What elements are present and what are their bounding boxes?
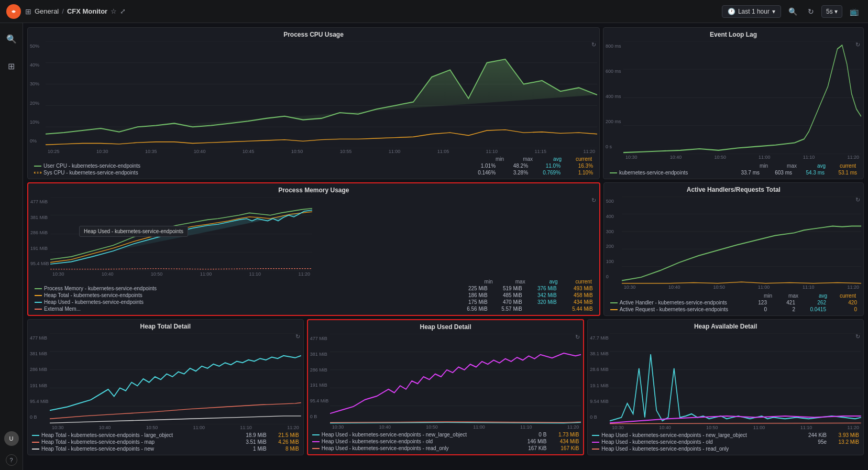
legend-label-hu-1: Heap Used - kubernetes-service-endpoints… [322, 439, 514, 444]
breadcrumb: ⊞ General / CFX Monitor ☆ ⤢ [25, 7, 126, 16]
x-label-hu: 11:10 [520, 424, 532, 430]
refresh-button[interactable]: ↻ [805, 5, 817, 18]
x-label: 10:55 [340, 149, 352, 154]
refresh-rate-button[interactable]: 5s ▾ [821, 5, 842, 18]
y-label-el: 200 ms [606, 119, 622, 124]
legend-row-sys-cpu: Sys CPU - kubernetes-service-endpoints 0… [34, 170, 593, 176]
legend-label-ht-0: Heap Total - kubernetes-service-endpoint… [41, 432, 234, 438]
sidebar-item-search[interactable]: 🔍 [2, 29, 21, 48]
legend-color-ht-1 [32, 442, 39, 443]
zoom-out-button[interactable]: 🔍 [785, 5, 800, 18]
breadcrumb-current: CFX Monitor [67, 7, 107, 15]
x-label-ah: 11:10 [803, 285, 815, 290]
legend-color-ha-1 [592, 442, 599, 443]
legend-row-ah-0: Active Handler - kubernetes-service-endp… [610, 300, 857, 305]
panel-heap-used: Heap Used Detail ↻ 477 MiB 381 MiB 286 M… [307, 319, 585, 455]
share-icon[interactable]: ⤢ [120, 7, 126, 15]
legend-val-el-avg: 54.3 ms [794, 170, 825, 176]
legend-val: 519 MiB [490, 286, 522, 291]
y-label-ah: 400 [606, 214, 621, 219]
legend-val: 186 MiB [455, 292, 488, 298]
y-label-ha: 28.6 MiB [590, 367, 609, 372]
legend-val: 485 MiB [490, 292, 522, 298]
legend-val: 434 MiB [559, 299, 593, 305]
y-label-pm: 477 MiB [30, 199, 49, 204]
x-label-el: 10:40 [670, 155, 682, 160]
legend-label-pm-0: Process Memory - kubernetes-service-endp… [44, 286, 453, 291]
y-label-ht: 477 MiB [30, 335, 49, 341]
y-label-hu: 381 MiB [310, 352, 329, 357]
star-icon[interactable]: ☆ [111, 7, 117, 15]
legend-col: current [826, 163, 856, 169]
y-label-el: 600 ms [606, 69, 622, 74]
user-avatar[interactable]: U [4, 431, 19, 446]
y-label: 40% [30, 62, 45, 68]
sidebar-item-grid[interactable]: ⊞ [2, 57, 21, 75]
legend-col: max [493, 279, 525, 285]
x-label-el: 11:00 [759, 155, 771, 160]
breadcrumb-apps-icon: ⊞ [25, 7, 31, 16]
x-label-ha: 10:30 [612, 425, 624, 430]
legend-col: avg [798, 293, 827, 299]
x-label-ha: 11:00 [753, 425, 765, 430]
legend-val: 5.44 MiB [559, 306, 593, 312]
legend-col-max: max [504, 156, 533, 162]
legend-val: 244 KiB [796, 432, 827, 438]
legend-col-current: current [562, 156, 592, 162]
x-label-ah: 10:30 [624, 285, 636, 290]
legend-col: avg [797, 163, 826, 169]
panel-event-loop-title: Event Loop Lag [603, 28, 863, 39]
legend-val: 1 MiB [236, 446, 267, 452]
x-label-ht: 11:00 [193, 425, 205, 430]
legend-row-user-cpu: User CPU - kubernetes-service-endpoints … [34, 163, 593, 169]
legend-label-pm-1: Heap Total - kubernetes-service-endpoint… [44, 292, 453, 298]
legend-row-ht-0: Heap Total - kubernetes-service-endpoint… [32, 432, 299, 438]
x-label-ha: 11:20 [847, 425, 859, 430]
legend-val: 167 KiB [516, 445, 546, 451]
legend-color-ha-2 [592, 449, 599, 450]
legend-col-min: min [475, 156, 504, 162]
panel-heap-available: Heap Available Detail ↻ 47.7 MiB 38.1 Mi… [587, 319, 864, 455]
logo [6, 4, 21, 19]
legend-color-hu-2 [312, 448, 320, 449]
top-nav: ⊞ General / CFX Monitor ☆ ⤢ 🕐 Last 1 hou… [0, 0, 868, 23]
panel-ah-title: Active Handlers/Requests Total [604, 183, 863, 194]
legend-val-el-current: 53.1 ms [827, 170, 857, 176]
panel-ha-title: Heap Available Detail [588, 320, 863, 331]
legend-val: 225 MiB [455, 286, 488, 291]
legend-val: 0 B [516, 432, 546, 438]
y-label-hu: 191 MiB [310, 382, 329, 388]
legend-col: current [558, 279, 592, 285]
legend-label-el: kubernetes-service-endpoints [619, 170, 727, 176]
x-label: 11:00 [389, 149, 401, 154]
y-label-ha: 47.7 MiB [590, 335, 609, 341]
y-label-hu: 0 B [310, 414, 329, 419]
time-range-button[interactable]: 🕐 Last 1 hour ▾ [722, 5, 781, 18]
legend-label-ah-0: Active Handler - kubernetes-service-endp… [620, 300, 739, 305]
legend-col: min [746, 293, 772, 299]
y-label-ht: 95.4 MiB [30, 399, 49, 404]
legend-row-hu-0: Heap Used - kubernetes-service-endpoints… [312, 432, 579, 438]
legend-row-hu-1: Heap Used - kubernetes-service-endpoints… [312, 439, 579, 444]
legend-val-current-sys: 1.10% [563, 170, 593, 176]
y-label: 0% [30, 138, 45, 144]
legend-val: 320 MiB [524, 299, 557, 305]
sidebar-item-help[interactable]: ? [6, 454, 17, 466]
legend-color-pm-2 [35, 302, 42, 303]
y-label: 10% [30, 119, 45, 125]
legend-label-sys-cpu: Sys CPU - kubernetes-service-endpoints [43, 170, 463, 176]
panel-heap-total: Heap Total Detail ↻ 477 MiB 381 MiB 286 … [27, 319, 304, 455]
legend-row-ha-2: Heap Used - kubernetes-service-endpoints… [592, 446, 859, 452]
legend-col: max [772, 293, 798, 299]
x-label-pm: 11:00 [200, 271, 212, 277]
y-label-el: 400 ms [606, 94, 622, 99]
legend-val: 458 MiB [559, 292, 593, 298]
legend-val: 493 MiB [559, 286, 593, 291]
legend-val: 95e [796, 439, 827, 445]
panel-memory-refresh-icon[interactable]: ↻ [591, 197, 596, 204]
breadcrumb-home[interactable]: General [35, 7, 59, 15]
panel-active-handlers: Active Handlers/Requests Total ↻ 500 400… [603, 182, 864, 316]
y-label-ha: 38.1 MiB [590, 351, 609, 356]
legend-val: 420 [828, 300, 857, 305]
tv-mode-button[interactable]: 📺 [847, 5, 862, 18]
